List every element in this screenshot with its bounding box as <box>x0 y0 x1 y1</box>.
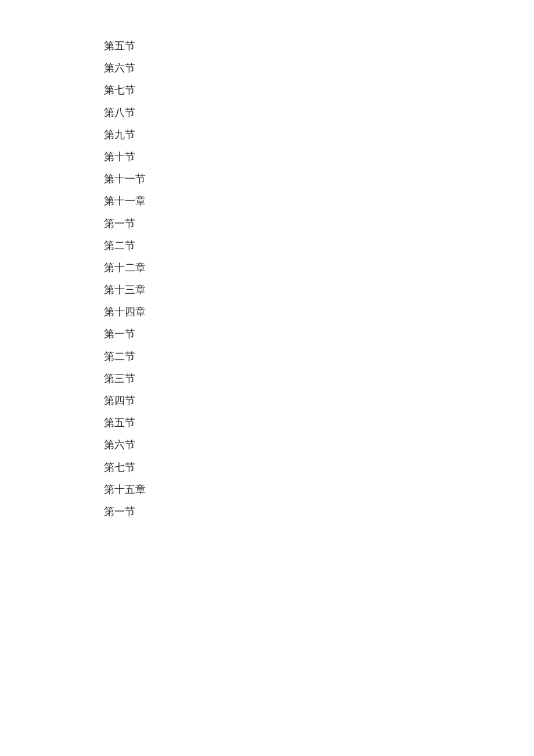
toc-item-5[interactable]: 第十节 <box>104 146 534 168</box>
toc-item-13[interactable]: 第一节 <box>104 323 534 345</box>
toc-item-6[interactable]: 第十一节 <box>104 168 534 190</box>
toc-item-2[interactable]: 第七节 <box>104 79 534 101</box>
toc-item-17[interactable]: 第五节 <box>104 412 534 434</box>
toc-item-9[interactable]: 第二节 <box>104 235 534 257</box>
toc-item-14[interactable]: 第二节 <box>104 345 534 368</box>
toc-item-10[interactable]: 第十二章 <box>104 257 534 279</box>
toc-item-20[interactable]: 第十五章 <box>104 478 534 501</box>
toc-item-18[interactable]: 第六节 <box>104 434 534 456</box>
toc-item-7[interactable]: 第十一章 <box>104 190 534 212</box>
toc-container: 第五节第六节第七节第八节第九节第十节第十一节第十一章第一节第二节第十二章第十三章… <box>0 0 534 557</box>
toc-item-1[interactable]: 第六节 <box>104 57 534 79</box>
toc-item-19[interactable]: 第七节 <box>104 456 534 478</box>
toc-item-8[interactable]: 第一节 <box>104 213 534 235</box>
toc-item-15[interactable]: 第三节 <box>104 368 534 390</box>
toc-item-16[interactable]: 第四节 <box>104 390 534 412</box>
toc-item-4[interactable]: 第九节 <box>104 124 534 146</box>
toc-item-12[interactable]: 第十四章 <box>104 301 534 323</box>
toc-item-11[interactable]: 第十三章 <box>104 279 534 301</box>
toc-item-0[interactable]: 第五节 <box>104 35 534 57</box>
toc-item-3[interactable]: 第八节 <box>104 102 534 124</box>
toc-item-21[interactable]: 第一节 <box>104 501 534 523</box>
